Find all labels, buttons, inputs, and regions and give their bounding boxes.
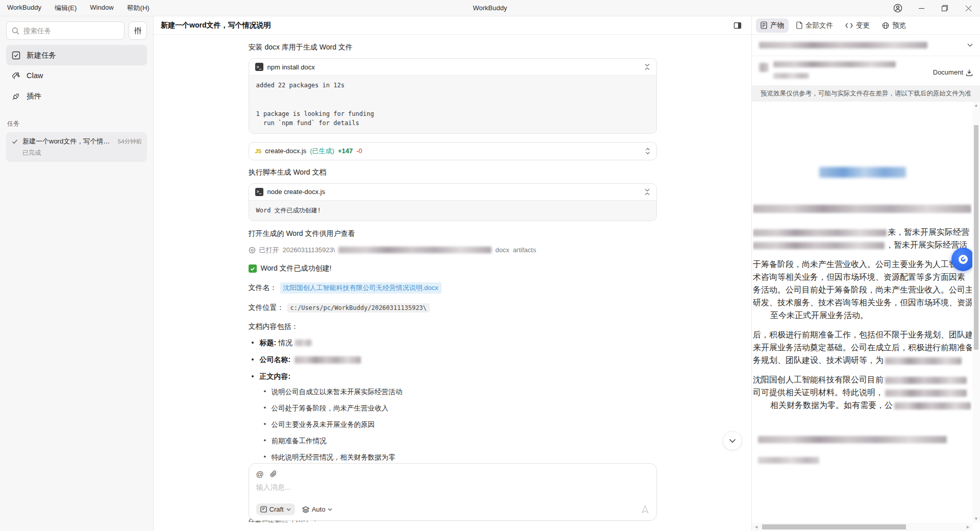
scroll-down-arrow[interactable]: ▼ bbox=[972, 517, 980, 521]
outline-label: 标题: bbox=[260, 339, 277, 347]
redacted-file-meta bbox=[773, 73, 809, 79]
menu-help[interactable]: 帮助(H) bbox=[127, 4, 150, 13]
scroll-up-arrow[interactable]: ▲ bbox=[972, 102, 980, 108]
filepath-value: c:/Users/pc/WorkBuddy/20260311135923\ bbox=[287, 303, 430, 312]
deletions-count: -0 bbox=[356, 147, 362, 155]
eye-icon bbox=[249, 247, 256, 254]
additions-count: +147 bbox=[338, 147, 353, 155]
doc-paragraph: 沈阳国创人工智能科技有限公司目前 司可提供相关证明材料。特此说明， 相关财务数据… bbox=[753, 373, 972, 412]
attachment-icon[interactable] bbox=[270, 470, 277, 478]
tab-label: 全部文件 bbox=[805, 21, 833, 30]
terminal-header[interactable]: >_ npm install docx bbox=[249, 59, 656, 75]
expand-icon[interactable] bbox=[645, 148, 650, 155]
file-name: create-docx.js bbox=[265, 147, 306, 155]
artifacts-panel: 产物 全部文件 变更 预览 bbox=[752, 16, 980, 531]
search-box[interactable] bbox=[6, 21, 125, 40]
doc-line-text: 务规划、团队建设、技术调研等，为 bbox=[753, 356, 884, 365]
generated-file-row[interactable]: JS create-docx.js (已生成) +147 -0 bbox=[249, 142, 657, 160]
artifact-file-row[interactable]: Document bbox=[752, 56, 980, 86]
doc-line-text: 来开展业务活动奠定基础。公司在成立后，积极进行前期准备 bbox=[753, 341, 972, 354]
tasks-section-label: 任务 bbox=[7, 119, 147, 128]
redacted-selector-text bbox=[759, 42, 927, 49]
split-panel-icon bbox=[733, 21, 742, 30]
tab-artifacts[interactable]: 产物 bbox=[756, 18, 789, 33]
close-button[interactable] bbox=[957, 0, 980, 16]
globe-icon bbox=[882, 22, 889, 29]
toggle-panel-button[interactable] bbox=[731, 19, 744, 32]
minimize-button[interactable] bbox=[910, 0, 933, 16]
terminal-command: node create-docx.js bbox=[267, 188, 325, 196]
vertical-scrollbar[interactable]: ▲ ▼ bbox=[972, 102, 980, 523]
search-icon bbox=[12, 27, 19, 35]
browser-assistant-float-button[interactable] bbox=[951, 248, 975, 271]
scroll-right-arrow[interactable]: ► bbox=[966, 525, 970, 529]
artifact-selector[interactable] bbox=[752, 35, 980, 56]
assistant-logo-icon bbox=[958, 254, 969, 265]
horizontal-scrollbar[interactable]: ◄ ► bbox=[752, 523, 972, 531]
terminal-icon: >_ bbox=[255, 188, 263, 196]
terminal-header[interactable]: >_ node create-docx.js bbox=[249, 184, 656, 200]
doc-paragraph: 于筹备阶段，尚未产生营业收入。公司主要业务为人工智能 术咨询等相关业务，但因市场… bbox=[753, 258, 972, 322]
new-task-icon bbox=[12, 51, 20, 60]
doc-line-text: 至今未正式开展业务活动。 bbox=[753, 309, 972, 322]
js-file-icon: JS bbox=[255, 148, 262, 154]
tab-preview[interactable]: 预览 bbox=[877, 18, 911, 33]
outline-item-company: 公司名称: bbox=[252, 355, 657, 365]
success-check-icon bbox=[249, 264, 257, 273]
outline-subitem: 前期准备工作情况 bbox=[264, 437, 657, 446]
window-title: WorkBuddy bbox=[473, 4, 507, 12]
model-selector-button[interactable]: Auto bbox=[300, 503, 335, 515]
menu-app[interactable]: WorkBuddy bbox=[7, 4, 41, 13]
filename-link[interactable]: 沈阳国创人工智能科技有限公司无经营情况说明.docx bbox=[280, 282, 442, 294]
outline-heading: 文档内容包括： bbox=[249, 322, 657, 331]
document-preview[interactable]: 来，暂未开展实际经营 ，暂未开展实际经营活 于筹备阶段，尚未产生营业收入。公司主… bbox=[752, 102, 980, 531]
chat-scroll-area[interactable]: 安装 docx 库用于生成 Word 文件 >_ npm install doc… bbox=[154, 35, 751, 531]
send-button[interactable] bbox=[641, 505, 649, 514]
sidebar-item-label: 插件 bbox=[27, 91, 41, 101]
redacted-text bbox=[894, 402, 971, 409]
horizontal-scrollbar-thumb[interactable] bbox=[762, 524, 906, 529]
doc-paragraph: 来，暂未开展实际经营 ，暂未开展实际经营活 bbox=[753, 226, 972, 251]
opened-ext: docx bbox=[495, 246, 509, 254]
scroll-left-arrow[interactable]: ◄ bbox=[752, 525, 758, 529]
account-button[interactable] bbox=[886, 0, 910, 16]
mention-icon[interactable]: @ bbox=[256, 470, 264, 478]
sidebar-item-plugins[interactable]: 插件 bbox=[6, 86, 147, 106]
collapse-icon[interactable] bbox=[644, 188, 650, 196]
task-status: 已完成 bbox=[22, 149, 142, 157]
menu-window[interactable]: Window bbox=[90, 4, 113, 13]
redacted-text bbox=[885, 377, 967, 384]
mode-selector-button[interactable]: Craft bbox=[256, 503, 295, 515]
task-time: 54分钟前 bbox=[118, 138, 142, 146]
task-list-item[interactable]: 新建一个word文件，写个情况... 54分钟前 已完成 bbox=[6, 132, 147, 162]
sidebar-item-label: Claw bbox=[27, 71, 43, 80]
doc-outline-list: 标题: 情况 公司名称: 正文内容: 说明公司自成立以来暂未开展实际经营活动 公… bbox=[252, 339, 657, 479]
terminal-command: npm install docx bbox=[267, 63, 315, 71]
message-input[interactable] bbox=[256, 483, 649, 491]
claw-icon bbox=[12, 71, 20, 80]
scroll-to-bottom-button[interactable] bbox=[723, 431, 742, 450]
terminal-output: Word 文件已成功创建! bbox=[249, 200, 656, 221]
redacted-text bbox=[295, 356, 361, 364]
filter-button[interactable] bbox=[129, 21, 147, 40]
redacted-date bbox=[758, 457, 819, 464]
tab-all-files[interactable]: 全部文件 bbox=[792, 18, 838, 33]
redacted-text bbox=[885, 357, 962, 365]
model-label: Auto bbox=[312, 505, 326, 513]
document-type-label: Document bbox=[933, 68, 963, 76]
download-icon[interactable] bbox=[966, 69, 973, 76]
menu-edit[interactable]: 编辑(E) bbox=[55, 4, 77, 13]
tab-changes[interactable]: 变更 bbox=[841, 18, 874, 33]
craft-icon bbox=[260, 506, 267, 513]
sidebar-item-new-task[interactable]: 新建任务 bbox=[6, 45, 147, 65]
restore-button[interactable] bbox=[933, 0, 957, 16]
collapse-icon[interactable] bbox=[644, 63, 650, 70]
layers-icon bbox=[302, 506, 309, 513]
preview-disclaimer: 预览效果仅供参考，可能与实际文件存在差异，请以下载后的原始文件为准 bbox=[752, 86, 980, 102]
sidebar-item-claw[interactable]: Claw bbox=[6, 65, 147, 86]
vertical-scrollbar-thumb[interactable] bbox=[974, 125, 978, 350]
redacted-text bbox=[885, 390, 967, 397]
tab-label: 产物 bbox=[770, 21, 784, 30]
sidebar: 新建任务 Claw 插件 任务 bbox=[0, 16, 153, 531]
search-input[interactable] bbox=[23, 27, 119, 35]
